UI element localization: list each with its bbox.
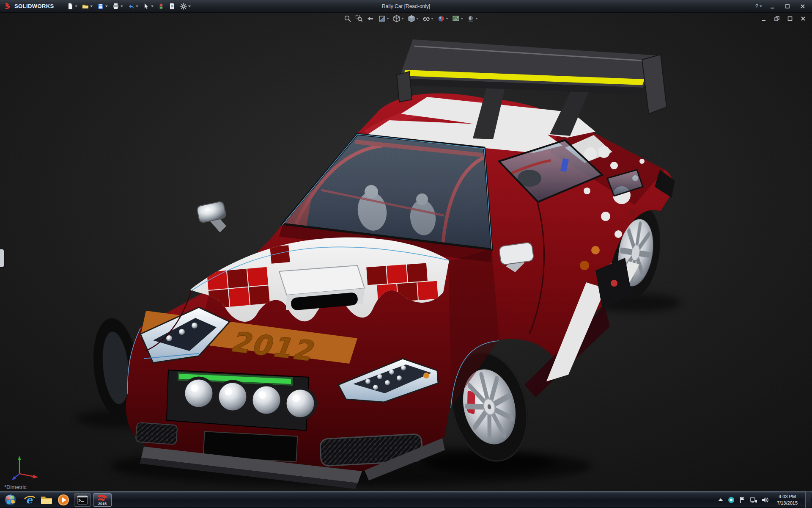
previous-view-button[interactable] (366, 14, 375, 23)
apply-scene-caret[interactable] (461, 18, 463, 19)
clock-time: 4:03 PM (777, 494, 798, 500)
titlebar-controls: ? (755, 3, 812, 10)
section-view-caret[interactable] (387, 18, 389, 19)
doc-maximize-button[interactable] (785, 15, 795, 22)
maximize-icon (785, 4, 790, 9)
taskbar-explorer-button[interactable] (38, 493, 55, 507)
doc-minimize-button[interactable] (759, 15, 768, 22)
taskbar: e (0, 491, 812, 508)
rebuild-button[interactable] (156, 2, 166, 11)
zoom-to-fit-button[interactable] (343, 14, 352, 23)
close-button[interactable] (798, 3, 808, 10)
view-settings-caret[interactable] (475, 18, 478, 19)
show-desktop-button[interactable] (805, 491, 811, 508)
help-glyph: ? (755, 3, 758, 9)
document-window-controls (759, 15, 808, 22)
doc-restore-button[interactable] (772, 15, 782, 22)
taskbar-clock[interactable]: 4:03 PM 7/13/2015 (774, 494, 801, 506)
options-gear-icon (180, 3, 187, 10)
edit-appearance-button[interactable] (437, 14, 449, 23)
undo-button[interactable] (126, 2, 140, 11)
show-hidden-icons-caret[interactable] (718, 498, 724, 502)
desktop: SOLIDWORKS (0, 0, 812, 508)
folder-icon (41, 495, 52, 505)
section-view-icon (378, 15, 386, 22)
hide-show-items-button[interactable] (422, 14, 434, 23)
volume-icon[interactable] (762, 497, 769, 503)
hide-show-items-icon (422, 15, 430, 22)
hood-scoop (279, 265, 365, 311)
svg-text:e: e (26, 494, 33, 506)
windows-start-icon (4, 493, 17, 507)
taskbar-command-prompt-button[interactable] (74, 493, 91, 507)
doc-close-icon (800, 16, 806, 22)
doc-maximize-icon (787, 16, 793, 22)
save-button[interactable] (96, 2, 110, 11)
view-settings-button[interactable] (466, 14, 478, 23)
apply-scene-icon (452, 15, 460, 22)
edit-appearance-icon (437, 15, 445, 22)
media-player-icon (58, 494, 69, 506)
rally-car-model: 2012 (0, 12, 812, 491)
reference-triad (11, 453, 41, 480)
maximize-button[interactable] (782, 3, 793, 10)
view-orientation-caret[interactable] (401, 18, 404, 19)
file-properties-icon (169, 3, 176, 10)
system-tray: 4:03 PM 7/13/2015 (718, 491, 812, 508)
edit-appearance-caret[interactable] (446, 18, 448, 19)
select-button[interactable] (141, 2, 155, 11)
new-button[interactable] (65, 2, 79, 11)
doc-minimize-icon (761, 16, 767, 22)
network-icon[interactable] (750, 497, 757, 503)
svg-text:2015: 2015 (98, 502, 107, 506)
hide-show-items-caret[interactable] (431, 18, 433, 19)
command-prompt-icon (77, 495, 88, 505)
section-view-button[interactable] (378, 14, 390, 23)
options-caret[interactable] (188, 6, 191, 7)
options-button[interactable] (178, 2, 192, 11)
zoom-to-area-button[interactable] (355, 14, 363, 23)
taskbar-solidworks-button[interactable]: 2015 (93, 493, 112, 507)
file-properties-button[interactable] (167, 2, 177, 11)
select-caret[interactable] (151, 6, 154, 7)
tray-app-icon[interactable] (728, 497, 735, 503)
apply-scene-button[interactable] (452, 14, 464, 23)
help-button[interactable]: ? (755, 3, 762, 9)
app-name: SOLIDWORKS (14, 3, 54, 9)
undo-caret[interactable] (136, 6, 138, 7)
open-caret[interactable] (90, 6, 93, 7)
previous-view-icon (367, 15, 374, 22)
action-center-flag-icon[interactable] (739, 497, 746, 503)
undo-icon (128, 3, 134, 10)
help-caret[interactable] (760, 6, 762, 7)
taskbar-ie-button[interactable]: e (21, 493, 38, 507)
graphics-area[interactable]: 2012 (0, 12, 812, 491)
save-icon (97, 3, 104, 10)
display-style-caret[interactable] (416, 18, 419, 19)
featuremanager-collapsed-tab[interactable] (0, 249, 4, 267)
view-orientation-button[interactable] (392, 14, 404, 23)
titlebar: SOLIDWORKS (0, 0, 812, 13)
new-document-icon (67, 3, 74, 10)
open-folder-icon (82, 3, 89, 10)
new-caret[interactable] (75, 6, 77, 7)
print-caret[interactable] (121, 6, 123, 7)
display-style-icon (408, 15, 415, 22)
open-button[interactable] (80, 2, 94, 11)
heads-up-view-toolbar (343, 14, 478, 23)
print-button[interactable] (111, 2, 125, 11)
internet-explorer-icon: e (24, 494, 36, 506)
zoom-to-area-icon (355, 15, 363, 22)
taskbar-media-player-button[interactable] (55, 493, 72, 507)
start-button[interactable] (0, 491, 21, 508)
doc-restore-icon (774, 16, 780, 22)
save-caret[interactable] (105, 6, 108, 7)
minimize-button[interactable] (767, 3, 777, 10)
display-style-button[interactable] (407, 14, 419, 23)
print-icon (112, 3, 119, 10)
solidworks-logo-icon (4, 3, 12, 10)
view-orientation-icon (393, 15, 401, 22)
quick-access-toolbar (65, 2, 192, 11)
rebuild-icon (158, 3, 164, 10)
doc-close-button[interactable] (798, 15, 808, 22)
